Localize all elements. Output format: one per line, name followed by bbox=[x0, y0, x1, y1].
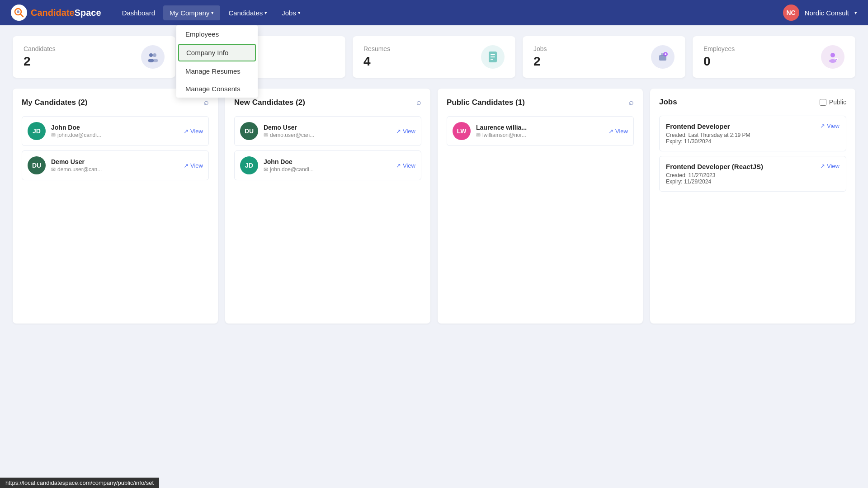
view-link-job-0[interactable]: ↗ View bbox=[820, 122, 840, 129]
panel-header-my-candidates: My Candidates (2) ⌕ bbox=[22, 98, 209, 107]
candidate-name: John Doe bbox=[51, 124, 101, 131]
candidate-email: ✉ john.doe@candi... bbox=[264, 166, 314, 173]
panel-title-public-candidates: Public Candidates (1) bbox=[447, 98, 525, 107]
svg-line-1 bbox=[20, 14, 23, 17]
stat-label-resumes: Resumes bbox=[363, 45, 390, 52]
dropdown-item-manage-consents[interactable]: Manage Consents bbox=[176, 80, 258, 98]
stat-value-resumes: 4 bbox=[363, 54, 390, 69]
view-link-lw[interactable]: ↗ View bbox=[609, 128, 628, 135]
candidate-name: Demo User bbox=[51, 158, 102, 165]
candidate-email: ✉ demo.user@can... bbox=[264, 132, 314, 138]
email-icon: ✉ bbox=[264, 166, 268, 173]
avatar-du: DU bbox=[28, 156, 46, 174]
view-link-du[interactable]: ↗ View bbox=[184, 162, 203, 169]
external-link-icon: ↗ bbox=[184, 162, 189, 169]
external-link-icon: ↗ bbox=[396, 128, 401, 135]
brand-name: CandidateSpace bbox=[31, 8, 101, 18]
candidate-name: John Doe bbox=[264, 158, 314, 165]
svg-rect-9 bbox=[491, 56, 495, 57]
view-link-jd[interactable]: ↗ View bbox=[184, 128, 203, 135]
panel-jobs: Jobs Public Frontend Developer Created: … bbox=[650, 89, 855, 324]
job-title-0: Frontend Developer bbox=[666, 122, 750, 130]
job-item-1: Frontend Developer (ReactJS) Created: 11… bbox=[659, 156, 846, 192]
panels-row: My Candidates (2) ⌕ JD John Doe ✉ john.d… bbox=[13, 89, 855, 324]
nav-links: Dashboard My Company ▾ Candidates ▾ Jobs… bbox=[116, 5, 783, 20]
stat-value-jobs: 2 bbox=[533, 54, 547, 69]
nav-my-company[interactable]: My Company ▾ bbox=[163, 5, 220, 20]
search-icon-public-candidates[interactable]: ⌕ bbox=[629, 98, 634, 107]
candidate-item-du: DU Demo User ✉ demo.user@can... ↗ View bbox=[22, 150, 209, 180]
panel-new-candidates: New Candidates (2) ⌕ DU Demo User ✉ demo… bbox=[225, 89, 430, 324]
email-icon: ✉ bbox=[51, 166, 56, 173]
svg-rect-10 bbox=[491, 59, 493, 60]
avatar-jd: JD bbox=[28, 122, 46, 140]
panel-my-candidates: My Candidates (2) ⌕ JD John Doe ✉ john.d… bbox=[13, 89, 218, 324]
chevron-down-icon: ▾ bbox=[264, 10, 267, 16]
search-icon-my-candidates[interactable]: ⌕ bbox=[204, 98, 209, 107]
employees-icon bbox=[821, 45, 844, 69]
stat-label-employees: Employees bbox=[703, 45, 735, 52]
dropdown-item-company-info[interactable]: Company Info bbox=[178, 44, 256, 61]
dropdown-item-employees[interactable]: Employees bbox=[176, 25, 258, 43]
stat-card-employees: Employees 0 bbox=[693, 36, 855, 78]
nav-candidates[interactable]: Candidates ▾ bbox=[222, 5, 274, 20]
panel-header-jobs: Jobs Public bbox=[659, 98, 846, 107]
stat-value-employees: 0 bbox=[703, 54, 735, 69]
panel-title-my-candidates: My Candidates (2) bbox=[22, 98, 87, 107]
stat-card-jobs: Jobs 2 bbox=[523, 36, 685, 78]
status-bar: https://local.candidatespace.com/company… bbox=[0, 478, 159, 488]
external-link-icon: ↗ bbox=[609, 128, 613, 135]
panel-title-jobs: Jobs bbox=[659, 98, 677, 107]
candidate-email: ✉ demo.user@can... bbox=[51, 166, 102, 173]
view-link-new-du[interactable]: ↗ View bbox=[396, 128, 415, 135]
avatar-du-new: DU bbox=[240, 122, 258, 140]
candidate-name: Laurence willia... bbox=[476, 124, 527, 131]
search-icon-new-candidates[interactable]: ⌕ bbox=[416, 98, 421, 107]
external-link-icon: ↗ bbox=[396, 162, 401, 169]
panel-title-new-candidates: New Candidates (2) bbox=[234, 98, 305, 107]
nav-dashboard[interactable]: Dashboard bbox=[116, 5, 161, 20]
stat-card-resumes: Resumes 4 bbox=[353, 36, 515, 78]
nav-jobs[interactable]: Jobs ▾ bbox=[275, 5, 307, 20]
public-checkbox[interactable] bbox=[820, 99, 826, 106]
svg-point-2 bbox=[17, 10, 19, 13]
email-icon: ✉ bbox=[264, 132, 268, 138]
navbar: CandidateSpace Dashboard My Company ▾ Ca… bbox=[0, 0, 868, 25]
brand-icon bbox=[11, 5, 27, 21]
my-company-dropdown: Employees Company Info Manage Resumes Ma… bbox=[176, 25, 258, 98]
stats-row: Candidates 2 Requests 0 Res bbox=[13, 36, 855, 78]
candidates-icon bbox=[141, 45, 165, 69]
job-title-1: Frontend Developer (ReactJS) bbox=[666, 163, 763, 170]
user-avatar: NC bbox=[783, 5, 799, 21]
nav-user-area[interactable]: NC Nordic Consult ▾ bbox=[783, 5, 857, 21]
job-item-0: Frontend Developer Created: Last Thursda… bbox=[659, 116, 846, 151]
chevron-down-icon: ▾ bbox=[298, 10, 301, 16]
external-link-icon: ↗ bbox=[184, 128, 189, 135]
svg-rect-8 bbox=[491, 54, 495, 55]
resumes-icon bbox=[481, 45, 505, 69]
candidate-item-lw: LW Laurence willia... ✉ lwilliamson@nor.… bbox=[447, 116, 634, 146]
candidate-item-new-jd: JD John Doe ✉ john.doe@candi... ↗ View bbox=[234, 150, 421, 180]
chevron-down-icon: ▾ bbox=[854, 10, 857, 16]
stat-value-candidates: 2 bbox=[24, 54, 56, 69]
stat-card-candidates: Candidates 2 bbox=[13, 36, 175, 78]
avatar-lw: LW bbox=[453, 122, 471, 140]
panel-header-public-candidates: Public Candidates (1) ⌕ bbox=[447, 98, 634, 107]
panel-header-new-candidates: New Candidates (2) ⌕ bbox=[234, 98, 421, 107]
brand-logo-area[interactable]: CandidateSpace bbox=[11, 5, 101, 21]
candidate-name: Demo User bbox=[264, 124, 314, 131]
view-link-new-jd[interactable]: ↗ View bbox=[396, 162, 415, 169]
candidate-item-jd: JD John Doe ✉ john.doe@candi... ↗ View bbox=[22, 116, 209, 146]
user-name: Nordic Consult bbox=[805, 9, 849, 17]
view-link-job-1[interactable]: ↗ View bbox=[820, 163, 840, 169]
public-checkbox-label[interactable]: Public bbox=[820, 99, 846, 106]
email-icon: ✉ bbox=[51, 132, 56, 138]
external-link-icon: ↗ bbox=[820, 122, 825, 129]
external-link-icon: ↗ bbox=[820, 163, 825, 169]
jobs-icon bbox=[651, 45, 675, 69]
dropdown-item-manage-resumes[interactable]: Manage Resumes bbox=[176, 62, 258, 80]
email-icon: ✉ bbox=[476, 132, 481, 138]
svg-point-3 bbox=[149, 53, 153, 57]
main-content: Candidates 2 Requests 0 Res bbox=[0, 25, 868, 334]
chevron-down-icon: ▾ bbox=[211, 10, 214, 16]
